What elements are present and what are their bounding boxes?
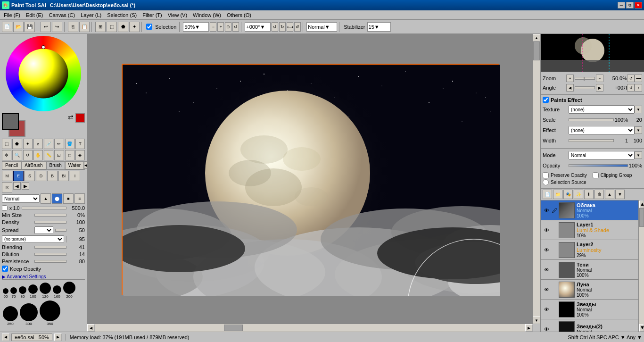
menu-layer[interactable]: Layer (L) [78,11,104,19]
scale-slider[interactable] [569,118,614,121]
layer-item[interactable]: 👁 Звезды Normal 100% [541,300,644,319]
layers-scroll-down[interactable]: ▼ [639,324,644,332]
brush-shape-square[interactable]: ■ [63,193,74,204]
layers-scrollbar[interactable]: ▲ ▼ [638,200,644,332]
mode-select[interactable]: Normal [569,151,635,159]
menu-window[interactable]: Window (W) [190,11,224,19]
fg-color-swatch[interactable] [2,113,19,130]
stabilizer-dropdown[interactable]: 15▼ [367,22,391,32]
layer-new-group-btn[interactable]: 📁 [553,190,562,199]
tool-bucket2[interactable]: B [47,171,58,181]
canvas-painting[interactable] [87,34,533,324]
restore-button[interactable]: ⧉ [626,2,634,8]
tab-water[interactable]: Water [65,161,84,169]
ruler-tool[interactable]: 📏 [44,150,53,160]
toolbar-open[interactable]: 📂 [13,22,24,32]
hand-tool[interactable]: ✋ [33,150,43,160]
scroll-down-button[interactable]: ▼ [533,317,540,324]
layer-down-btn[interactable]: ▼ [615,190,625,199]
size-lock-checkbox[interactable] [2,205,8,211]
brush-size-100[interactable] [28,284,38,294]
crop-tool[interactable]: ⊡ [54,150,64,160]
minimize-button[interactable]: ─ [618,2,625,8]
status-prev-btn[interactable]: ◀ [2,334,9,341]
tool-select[interactable]: S [25,171,35,181]
tool-inkpen[interactable]: I [70,171,80,181]
toolbar-new[interactable]: 📄 [2,22,12,32]
toolbar-save[interactable]: 💾 [25,22,35,32]
toolbar-select-wand[interactable]: ✦ [129,22,140,32]
mode-expand-btn[interactable]: ▼ [635,151,642,159]
brush-tools-next[interactable]: ▶ [22,182,29,190]
brush-size-300[interactable] [20,303,38,321]
layer-effect-btn[interactable]: ✨ [574,190,583,199]
brush-size-60[interactable] [3,288,8,294]
layer-item[interactable]: 👁 Звезды(2) Normal [541,319,644,332]
size-slider[interactable] [22,207,66,209]
zoom-plus[interactable]: + [217,22,224,32]
color-preset[interactable] [75,113,85,123]
lasso-tool[interactable]: ⬟ [12,139,22,149]
tool-rift[interactable]: R [2,182,12,192]
effect-expand-btn[interactable]: ▼ [635,126,642,134]
hscroll-thumb[interactable] [224,325,243,331]
layers-scroll-up[interactable]: ▲ [639,200,644,208]
layer-item[interactable]: 👁 Layer2 Luminosity 29% [541,240,644,260]
close-button[interactable]: ✕ [635,2,642,8]
status-next-btn[interactable]: ▶ [54,334,62,341]
layer-up-btn[interactable]: ▲ [605,190,614,199]
blend-mode-select[interactable]: Normal [2,194,40,203]
layer-eye-icon[interactable]: 👁 [543,266,550,274]
selection-tool[interactable]: ⬚ [2,139,11,149]
layer-mask-btn[interactable]: 🎭 [563,190,573,199]
selection-source-radio[interactable] [543,179,549,185]
zoom-slider[interactable] [575,77,595,80]
toolbar-select-free[interactable]: ⬟ [118,22,128,32]
brush-select-tool[interactable]: ⌀ [33,139,43,149]
rotate-tool[interactable]: ↺ [23,150,33,160]
tool-deselect[interactable]: D [36,171,46,181]
brush-size-80[interactable] [19,286,26,294]
brush-shape-more[interactable]: ≡ [74,193,85,204]
color-wheel[interactable] [6,36,81,111]
angle-flip[interactable]: ⟷ [287,22,293,32]
layer-eye-icon[interactable]: 👁 [543,246,550,254]
brush-size-70[interactable] [10,287,17,294]
effect-select[interactable]: (none) [569,126,635,134]
brush-tab-prev[interactable]: ◀ [84,161,87,169]
texture-select[interactable]: (no texture) [2,235,64,243]
paints-effect-checkbox[interactable] [543,97,549,103]
layer-item[interactable]: 👁 Layer1 Lumi & Shade 10% [541,220,644,240]
layer-eye-icon[interactable]: 👁 [543,286,550,293]
brush-size-350[interactable] [40,300,60,321]
layer-delete-btn[interactable]: 🗑 [594,190,604,199]
scroll-up-button[interactable]: ▲ [533,34,540,42]
zoom-reset[interactable]: ↺ [232,22,239,32]
spread-slider[interactable] [55,229,66,232]
angle-left-btn[interactable]: ◀ [566,84,574,92]
magic-wand-tool[interactable]: ✦ [23,139,33,149]
layer-item[interactable]: 👁 Луна Normal 100% [541,280,644,300]
toolbar-transform[interactable]: ⊞ [95,22,106,32]
blending-slider[interactable] [34,246,66,249]
texture-expand-btn[interactable]: ▼ [635,106,642,113]
angle-cw[interactable]: ↻ [279,22,286,32]
swap-colors-icon[interactable]: ⇄ [68,113,74,121]
opacity-slider[interactable] [569,164,628,167]
zoom-out-btn[interactable]: − [596,75,603,82]
keep-opacity-checkbox[interactable] [2,266,8,272]
scroll-right-button[interactable]: ▶ [525,324,533,332]
eraser-tool2[interactable]: ◻ [65,150,74,160]
layer-eye-icon[interactable]: 👁 [543,207,550,214]
status-tab[interactable]: небо.sai 50% [11,334,52,341]
clipping-group-checkbox[interactable] [593,172,599,178]
brush-size-160[interactable] [53,285,61,294]
tab-airbrush[interactable]: AirBrush [21,161,46,169]
zoom-fit[interactable]: ⊙ [225,22,231,32]
eyedropper-tool[interactable]: 💉 [44,139,53,149]
layer-merge-down-btn[interactable]: ⬇ [584,190,594,199]
angle-reset-btn[interactable]: ↺ [627,84,635,92]
angle-reset2[interactable]: ↺ [294,22,301,32]
mode-dropdown[interactable]: Normal▼ [306,22,337,32]
preserve-opacity-checkbox[interactable] [543,172,549,178]
